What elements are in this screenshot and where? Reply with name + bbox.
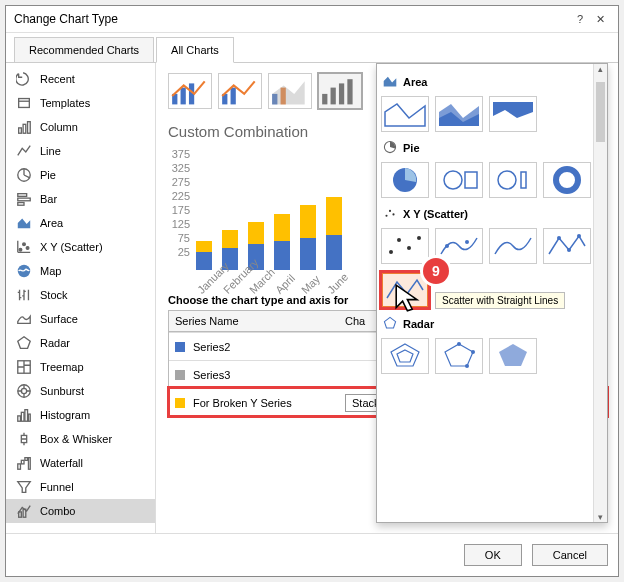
svg-point-70 bbox=[457, 342, 461, 346]
close-button[interactable]: ✕ bbox=[590, 13, 610, 26]
sidebar-item-surface[interactable]: Surface bbox=[6, 307, 155, 331]
sidebar-item-boxwhisker[interactable]: Box & Whisker bbox=[6, 427, 155, 451]
svg-point-62 bbox=[465, 240, 469, 244]
dialog-footer: OK Cancel bbox=[6, 533, 618, 576]
subtype-3[interactable] bbox=[268, 73, 312, 109]
bar-icon bbox=[16, 191, 32, 207]
stock-icon bbox=[16, 287, 32, 303]
surface-icon bbox=[16, 311, 32, 327]
sidebar-item-treemap[interactable]: Treemap bbox=[6, 355, 155, 379]
treemap-icon bbox=[16, 359, 32, 375]
svg-marker-66 bbox=[384, 317, 395, 328]
sidebar-item-label: Sunburst bbox=[40, 385, 84, 397]
sidebar-item-combo[interactable]: Combo bbox=[6, 499, 155, 523]
pie-option-3[interactable] bbox=[489, 162, 537, 198]
sidebar-item-sunburst[interactable]: Sunburst bbox=[6, 379, 155, 403]
svg-point-54 bbox=[385, 215, 387, 217]
sidebar-item-funnel[interactable]: Funnel bbox=[6, 475, 155, 499]
svg-rect-24 bbox=[25, 458, 28, 461]
sidebar-item-bar[interactable]: Bar bbox=[6, 187, 155, 211]
section-area-label: Area bbox=[403, 76, 427, 88]
pie-option-1[interactable] bbox=[381, 162, 429, 198]
radar-option-1[interactable] bbox=[381, 338, 429, 374]
section-radar-label: Radar bbox=[403, 318, 434, 330]
templates-icon bbox=[16, 95, 32, 111]
pie-option-2[interactable] bbox=[435, 162, 483, 198]
chart-preview: 3753252752251751257525 JanuaryFebruaryMa… bbox=[168, 148, 368, 288]
sidebar-item-templates[interactable]: Templates bbox=[6, 91, 155, 115]
sidebar-item-label: Bar bbox=[40, 193, 57, 205]
radar-option-3[interactable] bbox=[489, 338, 537, 374]
section-scatter-label: X Y (Scatter) bbox=[403, 208, 468, 220]
sidebar-item-recent[interactable]: Recent bbox=[6, 67, 155, 91]
svg-point-53 bbox=[556, 169, 578, 191]
svg-rect-30 bbox=[181, 88, 186, 105]
sidebar-item-scatter[interactable]: X Y (Scatter) bbox=[6, 235, 155, 259]
ok-button[interactable]: OK bbox=[464, 544, 522, 566]
sidebar-item-map[interactable]: Map bbox=[6, 259, 155, 283]
area-option-3[interactable] bbox=[489, 96, 537, 132]
sidebar-item-stock[interactable]: Stock bbox=[6, 283, 155, 307]
scatter-option-3[interactable] bbox=[489, 228, 537, 264]
sidebar-item-label: Map bbox=[40, 265, 61, 277]
tab-recommended[interactable]: Recommended Charts bbox=[14, 37, 154, 63]
area-option-2[interactable] bbox=[435, 96, 483, 132]
svg-rect-3 bbox=[28, 122, 31, 134]
series-name-label: Series2 bbox=[193, 341, 230, 353]
sidebar-item-label: Pie bbox=[40, 169, 56, 181]
subtype-custom[interactable] bbox=[318, 73, 362, 109]
svg-point-11 bbox=[26, 247, 29, 250]
svg-rect-25 bbox=[28, 458, 30, 470]
pie-icon bbox=[16, 167, 32, 183]
svg-rect-0 bbox=[19, 99, 30, 108]
pie-option-4[interactable] bbox=[543, 162, 591, 198]
svg-marker-36 bbox=[272, 82, 305, 105]
series-color-swatch bbox=[175, 370, 185, 380]
sidebar-item-label: Surface bbox=[40, 313, 78, 325]
sidebar-item-label: Line bbox=[40, 145, 61, 157]
sidebar-item-area[interactable]: Area bbox=[6, 211, 155, 235]
scatter-option-4[interactable] bbox=[543, 228, 591, 264]
svg-marker-26 bbox=[18, 482, 30, 493]
svg-point-72 bbox=[465, 364, 469, 368]
subtype-1[interactable] bbox=[168, 73, 212, 109]
subtype-2[interactable] bbox=[218, 73, 262, 109]
sidebar-item-label: Area bbox=[40, 217, 63, 229]
sidebar-item-line[interactable]: Line bbox=[6, 139, 155, 163]
sidebar-item-waterfall[interactable]: Waterfall bbox=[6, 451, 155, 475]
waterfall-icon bbox=[16, 455, 32, 471]
help-button[interactable]: ? bbox=[570, 13, 590, 25]
cursor-icon bbox=[387, 282, 431, 314]
scatter-straight-lines-option[interactable] bbox=[381, 272, 429, 308]
series-name-label: For Broken Y Series bbox=[193, 397, 292, 409]
svg-rect-33 bbox=[231, 88, 236, 105]
main-panel: Custom Combination 375325275225175125752… bbox=[156, 63, 618, 533]
scatter-option-1[interactable] bbox=[381, 228, 429, 264]
sidebar-item-label: Templates bbox=[40, 97, 90, 109]
svg-rect-52 bbox=[521, 172, 526, 188]
histogram-icon bbox=[16, 407, 32, 423]
sidebar-item-label: Stock bbox=[40, 289, 68, 301]
svg-point-57 bbox=[389, 250, 393, 254]
sidebar-item-label: Box & Whisker bbox=[40, 433, 112, 445]
callout-9: 9 bbox=[423, 258, 449, 284]
sidebar-item-histogram[interactable]: Histogram bbox=[6, 403, 155, 427]
svg-rect-18 bbox=[21, 412, 24, 421]
series-color-swatch bbox=[175, 398, 185, 408]
svg-rect-38 bbox=[331, 88, 336, 105]
svg-rect-7 bbox=[18, 203, 24, 206]
cancel-button[interactable]: Cancel bbox=[532, 544, 608, 566]
scatter-icon bbox=[383, 206, 397, 222]
sidebar-item-radar[interactable]: Radar bbox=[6, 331, 155, 355]
svg-marker-8 bbox=[18, 219, 30, 229]
sidebar-item-column[interactable]: Column bbox=[6, 115, 155, 139]
sidebar-item-pie[interactable]: Pie bbox=[6, 163, 155, 187]
sidebar-item-label: Treemap bbox=[40, 361, 84, 373]
tab-all-charts[interactable]: All Charts bbox=[156, 37, 234, 63]
radar-option-2[interactable] bbox=[435, 338, 483, 374]
area-option-1[interactable] bbox=[381, 96, 429, 132]
svg-point-9 bbox=[19, 248, 22, 251]
svg-rect-1 bbox=[19, 128, 22, 133]
titlebar: Change Chart Type ? ✕ bbox=[6, 6, 618, 33]
svg-point-64 bbox=[567, 248, 571, 252]
